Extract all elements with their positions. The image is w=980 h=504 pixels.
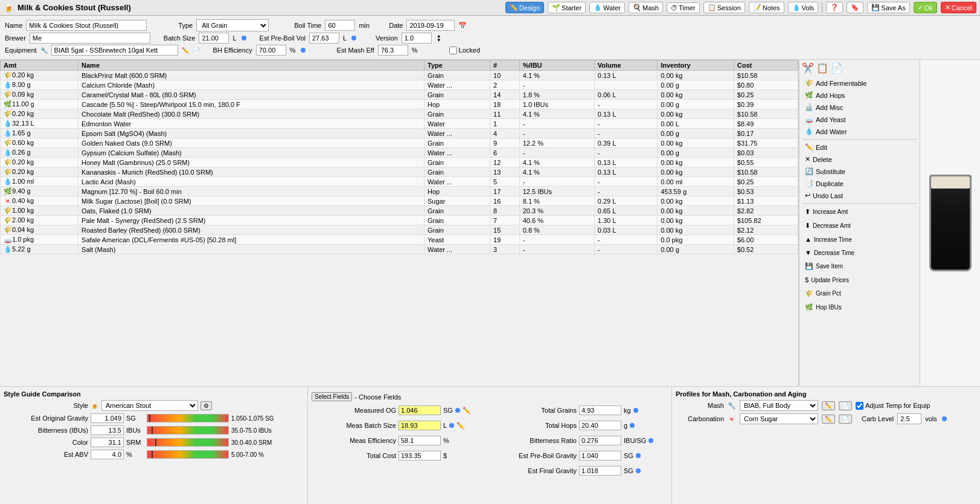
select-fields-btn[interactable]: Select Fields bbox=[312, 392, 352, 401]
delete-btn[interactable]: ✕ Delete bbox=[802, 153, 917, 165]
adjust-temp-label[interactable]: Adjust Temp for Equip bbox=[856, 402, 930, 410]
name-input[interactable] bbox=[26, 20, 147, 31]
table-row[interactable]: 🌾1.00 kgOats, Flaked (1.0 SRM)Grain820.3… bbox=[1, 206, 798, 216]
batch-size-input[interactable] bbox=[199, 33, 229, 44]
nav-ok[interactable]: ✓ Ok bbox=[914, 2, 937, 13]
col-header-inventory[interactable]: Inventory bbox=[658, 60, 734, 71]
col-header---ibu[interactable]: %/IBU bbox=[519, 60, 594, 71]
table-row[interactable]: 💧5.22 gSalt (Mash)Water ...3--0.00 g$0.5… bbox=[1, 245, 798, 254]
adjust-temp-checkbox[interactable] bbox=[856, 402, 863, 410]
col-header--[interactable]: # bbox=[490, 60, 520, 71]
nav-mash[interactable]: 🍳 Mash bbox=[629, 2, 663, 13]
mf-input[interactable] bbox=[399, 405, 441, 415]
mf-edit-icon[interactable]: ✏️ bbox=[463, 407, 471, 415]
col-header-amt[interactable]: Amt bbox=[1, 60, 78, 71]
sg-value-input[interactable] bbox=[91, 413, 124, 423]
mf-input[interactable] bbox=[399, 436, 441, 445]
type-select[interactable]: All Grain bbox=[196, 19, 269, 31]
table-row[interactable]: 💧1.00 mlLactic Acid (Mash)Water ...5--0.… bbox=[1, 177, 798, 187]
duplicate-btn[interactable]: 📑 Duplicate bbox=[802, 178, 917, 189]
est-preboil-input[interactable] bbox=[309, 33, 339, 44]
nav-notes[interactable]: 📝 Notes bbox=[749, 2, 784, 13]
decrease-time-btn[interactable]: ▼ Decrease Time bbox=[802, 247, 917, 258]
nav-design[interactable]: ✏️ Design bbox=[505, 2, 544, 13]
nav-save-as[interactable]: 💾 Save As bbox=[867, 2, 909, 13]
locked-checkbox-label[interactable]: Locked bbox=[449, 47, 480, 54]
table-row[interactable]: 💧32.13 LEdmonton WaterWater1--0.00 L$8.4… bbox=[1, 119, 798, 129]
table-row[interactable]: 🌿9.40 gMagnum [12.70 %] - Boil 60.0 minH… bbox=[1, 187, 798, 196]
locked-checkbox[interactable] bbox=[449, 47, 457, 54]
mash-edit-btn[interactable]: ✏️ bbox=[822, 401, 835, 410]
add-water-btn[interactable]: 💧 Add Water bbox=[802, 126, 917, 137]
cf-input[interactable] bbox=[579, 451, 621, 460]
mash-select[interactable]: BIAB, Full Body bbox=[740, 400, 818, 411]
table-row[interactable]: 🌾2.00 kgPale Malt - Synergy (RedShed) (2… bbox=[1, 216, 798, 225]
mf-input[interactable] bbox=[399, 421, 441, 430]
nav-help[interactable]: ❓ bbox=[826, 2, 843, 13]
paste-icon[interactable]: 📄 bbox=[831, 62, 843, 74]
add-hops-btn[interactable]: 🌿 Add Hops bbox=[802, 89, 917, 101]
boil-time-input[interactable] bbox=[325, 20, 355, 31]
table-row[interactable]: 🍬0.40 kgMilk Sugar (Lactose) [Boil] (0.0… bbox=[1, 196, 798, 206]
sg-value-input[interactable] bbox=[91, 438, 124, 447]
nav-timer[interactable]: ⏱ Timer bbox=[667, 2, 700, 13]
update-prices-btn[interactable]: $ Update Prices bbox=[802, 274, 917, 285]
add-misc-btn[interactable]: 🔬 Add Misc bbox=[802, 102, 917, 113]
carb-select[interactable]: Corn Sugar bbox=[740, 413, 818, 424]
carb-edit-btn[interactable]: ✏️ bbox=[822, 415, 835, 424]
cf-input[interactable] bbox=[579, 405, 621, 415]
copy-icon[interactable]: 📋 bbox=[816, 62, 828, 74]
undo-last-btn[interactable]: ↩ Undo Last bbox=[802, 190, 917, 201]
save-item-btn[interactable]: 💾 Save Item bbox=[802, 260, 917, 272]
equipment-new-icon[interactable]: 📄 bbox=[193, 47, 200, 54]
nav-session[interactable]: 📋 Session bbox=[703, 2, 745, 13]
carb-new-btn[interactable]: 📄 bbox=[839, 415, 852, 424]
version-down-icon[interactable]: ▼ bbox=[437, 38, 441, 42]
table-row[interactable]: 🌾0.09 kgCaramel/Crystal Malt - 80L (80.0… bbox=[1, 90, 798, 100]
cf-input[interactable] bbox=[579, 436, 621, 445]
mf-edit-icon[interactable]: ✏️ bbox=[456, 422, 465, 430]
decrease-amt-btn[interactable]: ⬇ Decrease Amt bbox=[802, 220, 917, 231]
nav-cancel[interactable]: ✕ Cancel bbox=[941, 2, 976, 13]
table-row[interactable]: 🌿11.00 gCascade [5.50 %] - Steep/Whirlpo… bbox=[1, 100, 798, 109]
style-select[interactable]: American Stout bbox=[101, 400, 198, 411]
table-row[interactable]: 🌾0.20 kgBlackPrinz Malt (600.0 SRM)Grain… bbox=[1, 71, 798, 80]
brewer-input[interactable] bbox=[30, 33, 150, 44]
table-row[interactable]: 🌾0.60 kgGolden Naked Oats (9.0 SRM)Grain… bbox=[1, 138, 798, 148]
substitute-btn[interactable]: 🔄 Substitute bbox=[802, 166, 917, 177]
sg-value-input[interactable] bbox=[91, 425, 124, 435]
table-row[interactable]: 🌾0.20 kgKananaskis - Munich (RedShed) (1… bbox=[1, 167, 798, 177]
col-header-cost[interactable]: Cost bbox=[734, 60, 798, 71]
carb-level-input[interactable] bbox=[897, 413, 921, 424]
calendar-icon[interactable]: 📅 bbox=[458, 22, 467, 30]
increase-time-btn[interactable]: ▲ Increase Time bbox=[802, 234, 917, 245]
cut-icon[interactable]: ✂️ bbox=[802, 62, 814, 74]
bh-eff-input[interactable] bbox=[256, 45, 286, 56]
add-fermentable-btn[interactable]: 🌾 Add Fermentable bbox=[802, 77, 917, 89]
hop-ibus-btn[interactable]: 🌿 Hop IBUs bbox=[802, 302, 917, 313]
cf-input[interactable] bbox=[579, 421, 621, 430]
equipment-input[interactable] bbox=[51, 45, 178, 56]
col-header-type[interactable]: Type bbox=[424, 60, 490, 71]
table-row[interactable]: 💧1.65 gEpsom Salt (MgSO4) (Mash)Water ..… bbox=[1, 129, 798, 138]
nav-water[interactable]: 💧 Water bbox=[589, 2, 625, 13]
est-mash-eff-input[interactable] bbox=[378, 45, 408, 56]
nav-starter[interactable]: 🌱 Starter bbox=[548, 2, 586, 13]
version-input[interactable] bbox=[402, 33, 432, 44]
nav-vols[interactable]: 💧 Vols bbox=[788, 2, 819, 13]
table-row[interactable]: 💧0.26 gGypsum (Calcium Sulfate) (Mash)Wa… bbox=[1, 148, 798, 158]
add-yeast-btn[interactable]: 🧫 Add Yeast bbox=[802, 114, 917, 125]
mash-new-btn[interactable]: 📄 bbox=[839, 401, 852, 410]
style-options-btn[interactable]: ⚙ bbox=[200, 401, 212, 410]
nav-bookmark[interactable]: 🔖 bbox=[847, 2, 863, 13]
increase-amt-btn[interactable]: ⬆ Increase Amt bbox=[802, 206, 917, 218]
cf-input[interactable] bbox=[579, 466, 621, 476]
date-input[interactable] bbox=[406, 20, 455, 31]
sg-value-input[interactable] bbox=[91, 450, 124, 459]
edit-btn[interactable]: ✏️ Edit bbox=[802, 141, 917, 153]
table-row[interactable]: 🌾0.20 kgHoney Malt (Gambrinus) (25.0 SRM… bbox=[1, 158, 798, 167]
table-row[interactable]: 💧8.00 gCalcium Chloride (Mash)Water ...2… bbox=[1, 80, 798, 90]
grain-pct-btn[interactable]: 🌾 Grain Pct bbox=[802, 288, 917, 299]
col-header-volume[interactable]: Volume bbox=[594, 60, 657, 71]
equipment-edit-icon[interactable]: ✏️ bbox=[182, 47, 189, 54]
